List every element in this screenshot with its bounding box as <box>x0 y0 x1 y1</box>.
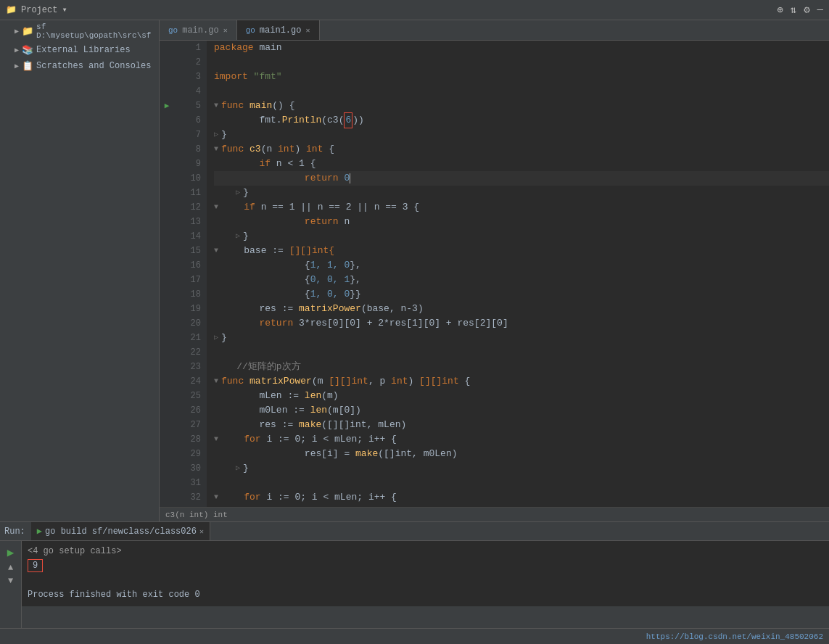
keyword: [][]int <box>419 374 459 389</box>
gutter-line-28 <box>160 432 174 447</box>
gutter-line-22 <box>160 345 174 360</box>
code-editor: ▶ <box>160 41 829 507</box>
gutter-line-29 <box>160 447 174 461</box>
indent <box>214 389 259 403</box>
keyword: func <box>221 99 249 113</box>
tab-main[interactable]: go main.go ✕ <box>160 20 237 40</box>
go-icon: go <box>246 26 255 35</box>
main-layout: ▶ 📁 sf D:\mysetup\gopath\src\sf ▶ 📚 Exte… <box>0 20 829 521</box>
punctuation: { <box>305 287 310 302</box>
indent <box>214 302 259 316</box>
run-output: <4 go setup calls> 9 Process finished wi… <box>22 541 829 606</box>
gutter-line-26 <box>160 403 174 418</box>
gutter-line-27 <box>160 418 174 432</box>
code-line-24: ▼func matrixPower(m [][]int, p int) [][]… <box>214 374 829 389</box>
keyword: return <box>305 215 345 229</box>
keyword: return <box>259 316 299 331</box>
indent <box>221 244 244 258</box>
run-label: Run: <box>4 527 25 537</box>
fold-arrow[interactable]: ▼ <box>214 142 218 157</box>
gutter-line-6 <box>160 113 174 128</box>
code-line-13: return n <box>214 215 829 229</box>
indent <box>221 490 244 505</box>
number: 6 <box>345 115 351 125</box>
sidebar-item-scratches[interactable]: ▶ 📋 Scratches and Consoles <box>0 58 159 74</box>
status-right[interactable]: https://blog.csdn.net/weixin_48502062 <box>646 632 823 641</box>
punctuation: } <box>221 128 227 142</box>
fold-arrow[interactable]: ▼ <box>214 99 218 113</box>
run-up-icon[interactable]: ▲ <box>8 563 13 573</box>
run-arrow[interactable]: ▶ <box>160 99 174 113</box>
indent <box>214 287 305 302</box>
minimize-icon[interactable]: — <box>817 4 823 16</box>
gutter-line-17 <box>160 273 174 287</box>
fold-arrow[interactable]: ▼ <box>214 432 218 447</box>
package-ref: fmt <box>259 113 276 128</box>
fold-arrow[interactable]: ▼ <box>214 490 218 505</box>
output-line-2: 9 <box>28 558 823 573</box>
indent <box>221 432 244 447</box>
run-tab-close[interactable]: ✕ <box>199 527 204 536</box>
punctuation: ) <box>294 142 306 157</box>
output-number-box: 9 <box>28 559 43 572</box>
gutter: ▶ <box>160 41 174 507</box>
bottom-run-content: <4 go setup calls> 9 Process finished wi… <box>22 541 829 628</box>
fold-arrow[interactable]: ▼ <box>214 200 218 215</box>
output-line-3 <box>28 573 823 587</box>
keyword: for <box>244 490 266 505</box>
code-line-20: return 3*res[0][0] + 2*res[1][0] + res[2… <box>214 316 829 331</box>
gutter-line-20 <box>160 316 174 331</box>
tab-close-icon[interactable]: ✕ <box>223 26 228 35</box>
gutter-line-13 <box>160 215 174 229</box>
code-content[interactable]: package main import "fmt" ▼func main() {… <box>207 41 829 507</box>
gutter-line-31 <box>160 476 174 490</box>
indent <box>214 418 259 432</box>
indent <box>214 215 305 229</box>
punctuation: { <box>305 273 310 287</box>
punctuation: (m <box>312 374 329 389</box>
punctuation: } <box>243 229 249 244</box>
fold-arrow[interactable]: ▼ <box>214 374 218 389</box>
run-tab-label: go build sf/newclass/class026 <box>45 527 197 537</box>
dropdown-arrow[interactable]: ▾ <box>62 4 67 15</box>
code-line-29: res[i] = make([]int, m0Len) <box>214 447 829 461</box>
cursor <box>350 173 350 183</box>
indent <box>214 258 305 273</box>
sidebar-item-label: sf D:\mysetup\gopath\src\sf <box>36 22 154 40</box>
bottom-run-layout: ▶ ▲ ▼ <4 go setup calls> 9 Process finis… <box>0 541 829 628</box>
output-text-1: <4 go setup calls> <box>28 546 122 556</box>
punctuation: } <box>243 461 249 476</box>
number: 0, 0, 1 <box>310 273 350 287</box>
sidebar-item-sf[interactable]: ▶ 📁 sf D:\mysetup\gopath\src\sf <box>0 20 159 42</box>
punctuation: ([]int, m0Len) <box>378 447 457 461</box>
punctuation: ) <box>408 374 420 389</box>
keyword: int <box>278 142 294 157</box>
operator: := <box>266 244 289 258</box>
punctuation: }, <box>350 258 361 273</box>
code-line-22 <box>214 345 829 360</box>
diff-icon[interactable]: ⇅ <box>791 4 796 16</box>
code-line-32: ▼ for i := 0; i < mLen; i++ { <box>214 490 829 505</box>
run-down-icon[interactable]: ▼ <box>8 576 13 586</box>
tab-close-icon[interactable]: ✕ <box>305 26 310 35</box>
gutter-line-23 <box>160 360 174 374</box>
fold-end: ▷ <box>236 186 240 200</box>
run-tab[interactable]: ▶ go build sf/newclass/class026 ✕ <box>31 522 210 540</box>
code-line-1: package main <box>214 41 829 55</box>
code-line-9: if n < 1 { <box>214 157 829 171</box>
code-line-10: return 0 <box>214 171 829 186</box>
project-label[interactable]: Project <box>21 5 57 15</box>
output-line-4: Process finished with exit code 0 <box>28 587 823 602</box>
sidebar-item-ext-libs[interactable]: ▶ 📚 External Libraries <box>0 42 159 58</box>
gutter-line-11 <box>160 186 174 200</box>
run-play-icon[interactable]: ▶ <box>7 545 15 560</box>
settings-icon[interactable]: ⚙ <box>804 4 809 16</box>
code-line-3: import "fmt" <box>214 70 829 84</box>
highlighted-value: 6 <box>344 112 352 128</box>
function-name: matrixPower <box>299 302 361 316</box>
code-line-15: ▼ base := [][]int{ <box>214 244 829 258</box>
tab-main1[interactable]: go main1.go ✕ <box>237 20 320 40</box>
fold-arrow[interactable]: ▼ <box>214 244 218 258</box>
navigate-icon[interactable]: ⊕ <box>777 4 783 16</box>
keyword: func <box>221 374 249 389</box>
